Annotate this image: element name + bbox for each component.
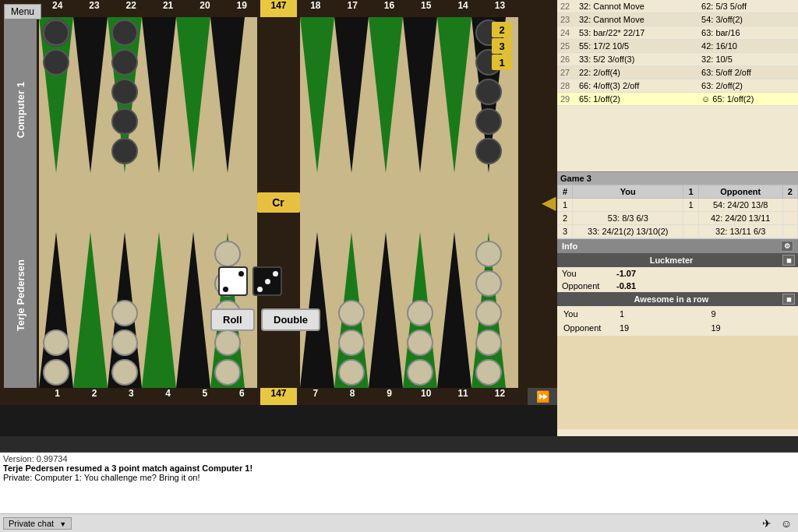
bot-label-7: 7 bbox=[297, 388, 334, 405]
history-row: 2866: 4/off(3) 2/off63: 2/off(2) bbox=[557, 79, 798, 93]
svg-point-45 bbox=[339, 330, 364, 355]
col-opp: Opponent bbox=[698, 185, 782, 199]
top-number-labels: 242322212019147181716151413 bbox=[39, 0, 518, 17]
score-row: 333: 24/21(2) 13/10(2)32: 13/11 6/3 bbox=[558, 225, 798, 238]
awesome-header: Awesome in a row ◼ bbox=[557, 292, 798, 306]
game-score-table: # You 1 Opponent 2 1154: 24/20 13/8253: … bbox=[557, 185, 798, 238]
awesome-toggle[interactable]: ◼ bbox=[782, 294, 795, 305]
menu-button[interactable]: Menu bbox=[4, 4, 41, 19]
bot-label-9: 9 bbox=[371, 388, 408, 405]
svg-point-28 bbox=[44, 50, 69, 75]
history-row: 2555: 17/2 10/542: 16/10 bbox=[557, 40, 798, 53]
svg-point-58 bbox=[112, 330, 137, 355]
svg-point-31 bbox=[112, 79, 137, 104]
settings-icon: ⚙ bbox=[784, 242, 790, 250]
main-container: Menu 242322212019147181716151413 1234561… bbox=[0, 0, 798, 532]
player-label-bot: Terje Pedersen bbox=[4, 203, 37, 388]
bot-label-8: 8 bbox=[334, 388, 371, 405]
bot-label-2: 2 bbox=[76, 388, 112, 405]
bear-off-arrow: ◀ bbox=[542, 192, 556, 213]
bot-label-3: 3 bbox=[113, 388, 150, 405]
top-label-23: 23 bbox=[76, 0, 112, 17]
send-icon[interactable]: ✈ bbox=[759, 517, 775, 530]
svg-point-29 bbox=[112, 20, 137, 45]
bottom-bar: Private chat ▼ ✈ ☺ bbox=[0, 513, 798, 532]
bot-label-5: 5 bbox=[186, 388, 223, 405]
svg-point-55 bbox=[44, 360, 69, 385]
double-button[interactable]: Double bbox=[261, 308, 320, 331]
svg-point-59 bbox=[112, 301, 137, 326]
fast-forward-button[interactable]: ⏩ bbox=[528, 388, 557, 405]
svg-point-32 bbox=[112, 109, 137, 134]
top-section: Menu 242322212019147181716151413 1234561… bbox=[0, 0, 798, 451]
history-row: 2332: Cannot Move54: 3/off(2) bbox=[557, 13, 798, 26]
svg-point-47 bbox=[408, 360, 433, 385]
bot-label-4: 4 bbox=[150, 388, 186, 405]
bot-label-147: 147 bbox=[260, 388, 297, 405]
score-row: 1154: 24/20 13/8 bbox=[558, 199, 798, 212]
svg-point-39 bbox=[215, 360, 240, 385]
svg-point-46 bbox=[339, 301, 364, 326]
history-row: 2722: 2/off(4)63: 5/off 2/off bbox=[557, 66, 798, 79]
history-row: 2633: 5/2 3/off(3)32: 10/5 bbox=[557, 53, 798, 66]
top-label-19: 19 bbox=[224, 0, 260, 17]
top-label-20: 20 bbox=[186, 0, 223, 17]
opp-luck-row: Opponent -0.81 bbox=[557, 280, 798, 292]
svg-point-36 bbox=[476, 79, 501, 104]
dropdown-arrow: ▼ bbox=[59, 520, 66, 528]
history-row: 2232: Cannot Move62: 5/3 5/off bbox=[557, 0, 798, 13]
top-label-147: 147 bbox=[260, 0, 297, 17]
svg-point-49 bbox=[408, 301, 433, 326]
info-panel: Info ⚙ Luckmeter ◼ You -1.07 bbox=[557, 238, 798, 429]
luckmeter-header: Luckmeter ◼ bbox=[557, 253, 798, 267]
svg-point-33 bbox=[112, 139, 137, 164]
game-score-header: Game 3 bbox=[557, 172, 798, 185]
bottom-number-labels: 123456147789101112 bbox=[39, 388, 518, 405]
svg-point-44 bbox=[339, 360, 364, 385]
top-label-24: 24 bbox=[39, 0, 76, 17]
awesome-table: You 1 9 Opponent 19 19 bbox=[557, 306, 798, 336]
luckmeter-toggle[interactable]: ◼ bbox=[782, 255, 795, 266]
svg-point-51 bbox=[476, 330, 501, 355]
top-label-17: 17 bbox=[334, 0, 371, 17]
top-label-13: 13 bbox=[482, 0, 518, 17]
roll-button[interactable]: Roll bbox=[210, 308, 255, 331]
bot-label-1: 1 bbox=[39, 388, 76, 405]
col-you: You bbox=[573, 185, 683, 199]
info-empty-space bbox=[557, 336, 798, 429]
svg-point-53 bbox=[476, 271, 501, 296]
svg-point-57 bbox=[112, 360, 137, 385]
history-row: 2453: bar/22* 22/1763: bar/16 bbox=[557, 26, 798, 40]
backgammon-board: Menu 242322212019147181716151413 1234561… bbox=[0, 0, 557, 405]
svg-point-37 bbox=[476, 109, 501, 134]
col-num: # bbox=[558, 185, 573, 199]
toggle-icon-2: ◼ bbox=[786, 296, 792, 303]
private-chat-button[interactable]: Private chat ▼ bbox=[3, 517, 72, 530]
right-panel: 2232: Cannot Move62: 5/3 5/off2332: Cann… bbox=[557, 0, 798, 436]
awesome-you-row: You 1 9 bbox=[559, 308, 796, 320]
svg-point-50 bbox=[476, 360, 501, 385]
top-label-16: 16 bbox=[371, 0, 408, 17]
top-label-14: 14 bbox=[444, 0, 481, 17]
cube-numbers: 2 3 1 bbox=[492, 22, 512, 70]
board-svg: Cr bbox=[39, 17, 518, 388]
score-row: 253: 8/3 6/342: 24/20 13/11 bbox=[558, 212, 798, 225]
awesome-opp-row: Opponent 19 19 bbox=[559, 322, 796, 334]
fast-forward-icon: ⏩ bbox=[536, 390, 549, 403]
move-history: 2232: Cannot Move62: 5/3 5/off2332: Cann… bbox=[557, 0, 798, 171]
emoji-icon[interactable]: ☺ bbox=[778, 517, 795, 530]
bot-label-10: 10 bbox=[408, 388, 444, 405]
info-header: Info ⚙ bbox=[557, 239, 798, 253]
dice-area bbox=[218, 266, 282, 296]
svg-point-56 bbox=[44, 330, 69, 355]
col-1: 1 bbox=[683, 185, 698, 199]
game-score-section: Game 3 # You 1 Opponent 2 1154: 24/20 13… bbox=[557, 172, 798, 238]
board-area: Menu 242322212019147181716151413 1234561… bbox=[0, 0, 557, 436]
toggle-icon-1: ◼ bbox=[786, 257, 792, 264]
svg-point-48 bbox=[408, 330, 433, 355]
player-label-top: Computer 1 bbox=[4, 17, 37, 203]
you-luck-row: You -1.07 bbox=[557, 267, 798, 280]
top-label-22: 22 bbox=[113, 0, 150, 17]
top-label-21: 21 bbox=[150, 0, 186, 17]
info-toggle[interactable]: ⚙ bbox=[781, 241, 793, 252]
